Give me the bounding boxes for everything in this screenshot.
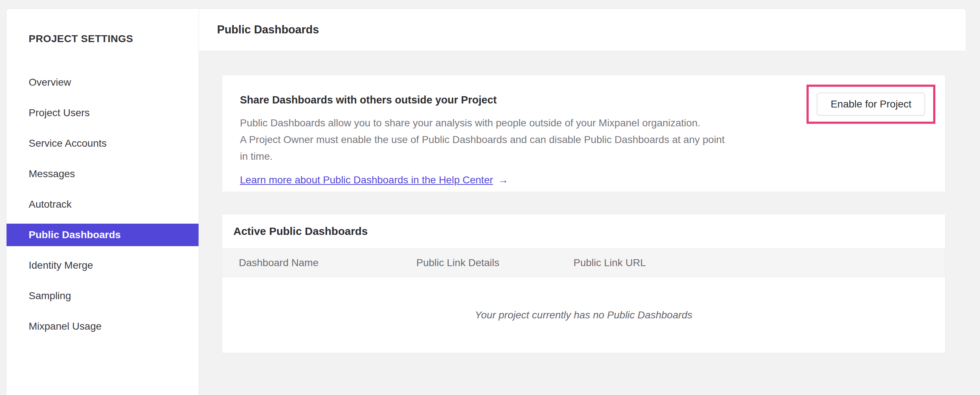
- help-center-link[interactable]: Learn more about Public Dashboards in th…: [240, 174, 493, 186]
- enable-for-project-button[interactable]: Enable for Project: [817, 92, 925, 116]
- share-description-line: in time.: [240, 148, 945, 165]
- sidebar-item-mixpanel-usage[interactable]: Mixpanel Usage: [6, 315, 199, 338]
- sidebar-item-sampling[interactable]: Sampling: [6, 285, 199, 307]
- sidebar-item-identity-merge[interactable]: Identity Merge: [6, 254, 199, 277]
- sidebar-item-project-users[interactable]: Project Users: [6, 102, 199, 124]
- empty-state-message: Your project currently has no Public Das…: [222, 277, 945, 353]
- main-header: Public Dashboards: [199, 8, 966, 51]
- help-center-link-row: Learn more about Public Dashboards in th…: [240, 174, 945, 186]
- sidebar-item-autotrack[interactable]: Autotrack: [6, 193, 199, 216]
- column-header-public-link-details: Public Link Details: [416, 257, 573, 269]
- sidebar-item-public-dashboards[interactable]: Public Dashboards: [6, 224, 199, 246]
- arrow-right-icon: →: [498, 174, 508, 186]
- sidebar-title: PROJECT SETTINGS: [29, 33, 133, 45]
- share-dashboards-card: Share Dashboards with others outside you…: [222, 75, 945, 192]
- column-header-public-link-url: Public Link URL: [573, 257, 945, 269]
- active-public-dashboards-card: Active Public Dashboards Dashboard Name …: [222, 214, 945, 353]
- sidebar-item-messages[interactable]: Messages: [6, 162, 199, 185]
- annotation-highlight-box: Enable for Project: [807, 84, 935, 124]
- project-settings-sidebar: PROJECT SETTINGS Overview Project Users …: [6, 8, 199, 395]
- share-description-line: A Project Owner must enable the use of P…: [240, 131, 945, 148]
- column-header-dashboard-name: Dashboard Name: [239, 257, 416, 269]
- page-title: Public Dashboards: [199, 23, 319, 36]
- sidebar-item-overview[interactable]: Overview: [6, 71, 199, 94]
- sidebar-item-service-accounts[interactable]: Service Accounts: [6, 132, 199, 154]
- sidebar-nav: Overview Project Users Service Accounts …: [6, 71, 199, 346]
- active-card-heading: Active Public Dashboards: [222, 214, 945, 248]
- dashboards-table-header: Dashboard Name Public Link Details Publi…: [222, 248, 945, 277]
